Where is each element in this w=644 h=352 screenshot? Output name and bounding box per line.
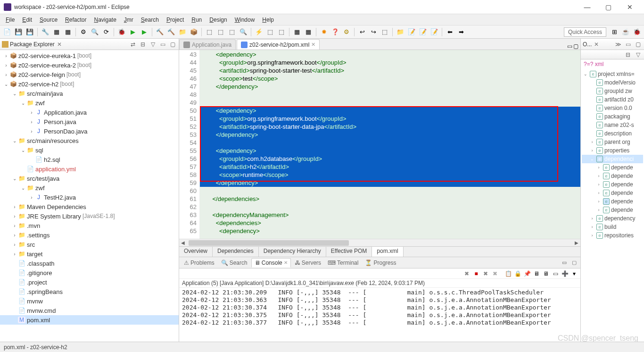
tool-icon[interactable]: ⬚ (215, 27, 226, 37)
tool-icon[interactable]: 📝 (406, 27, 417, 37)
java-perspective-icon[interactable]: ☕ (620, 27, 631, 37)
tool-icon[interactable]: ▦ (63, 27, 73, 37)
outline-item[interactable]: ›edepende (582, 172, 643, 180)
package-explorer-tab[interactable]: Package Explorer ✕ (2, 41, 62, 48)
tree-item[interactable]: ›📁Maven Dependencies (0, 202, 179, 211)
menu-file[interactable]: File (2, 16, 18, 24)
run-icon[interactable]: ▶ (128, 27, 138, 37)
menu-run[interactable]: Run (188, 16, 206, 24)
tool-icon[interactable]: ❓ (330, 27, 340, 37)
outline-tab[interactable]: O... ✕ (583, 41, 599, 48)
quick-access-input[interactable]: Quick Access (564, 27, 606, 37)
tree-item[interactable]: 📄.project (0, 277, 179, 287)
tool-icon[interactable]: 🔨 (166, 27, 176, 37)
tree-item[interactable]: 📄mvnw.cmd (0, 306, 179, 315)
tree-item[interactable]: ⌄📁src/main/resources (0, 136, 179, 145)
tool-icon[interactable]: ⚡ (254, 27, 264, 37)
tool-icon[interactable]: 📁 (177, 27, 188, 37)
menu-search[interactable]: Search (137, 16, 163, 24)
maximize-button[interactable]: ▢ (598, 0, 619, 14)
minimize-icon[interactable]: ▭ (567, 43, 572, 50)
tool-icon[interactable]: 📦 (189, 27, 199, 37)
editor-tab[interactable]: Application.java (179, 39, 236, 50)
outline-item[interactable]: ⌄eproject xmlns= (582, 70, 643, 78)
save-icon[interactable]: 💾 (13, 27, 24, 37)
tool-icon[interactable]: 🔧 (40, 27, 50, 37)
scroll-lock-icon[interactable]: 🔒 (513, 269, 522, 278)
editor-bottom-tab[interactable]: Effective POM (326, 247, 372, 257)
tool-icon[interactable]: 🔍 (90, 27, 100, 37)
editor-bottom-tab[interactable]: Dependency Hierarchy (259, 247, 326, 257)
tool-icon[interactable]: ▦ (292, 27, 302, 37)
tool-icon[interactable]: ▦ (51, 27, 62, 37)
editor-bottom-tab[interactable]: Overview (179, 247, 213, 257)
tool-icon[interactable]: ⚙ (78, 27, 89, 37)
tree-item[interactable]: ⌄📁src/test/java (0, 174, 179, 183)
tree-item[interactable]: 📄.classpath (0, 259, 179, 268)
clear-icon[interactable]: 📋 (504, 269, 512, 278)
outline-item[interactable]: ⌄edependenci (582, 155, 643, 163)
tree-item[interactable]: ›📁JRE System Library[JavaSE-1.8] (0, 211, 179, 221)
menu-project[interactable]: Project (163, 16, 188, 24)
tree-item[interactable]: 📄.springBeans (0, 287, 179, 296)
console-dropdown-icon[interactable]: ▾ (570, 269, 578, 278)
outline-item[interactable]: ›edepende (582, 189, 643, 197)
open-console-icon[interactable]: ▭ (551, 269, 560, 278)
tool-icon[interactable]: 📝 (429, 27, 439, 37)
remove-all-icon[interactable]: ✖ (481, 269, 490, 278)
outline-item[interactable]: ›ebuild (582, 223, 643, 231)
close-icon[interactable]: ✕ (57, 41, 62, 48)
tool-icon[interactable]: ⬚ (204, 27, 215, 37)
tool-icon[interactable]: ⟳ (101, 27, 111, 37)
tree-item[interactable]: 📄.gitignore (0, 268, 179, 277)
code-editor[interactable]: 4344454647484950515253545556575859606162… (179, 50, 580, 239)
menu-navigate[interactable]: Navigate (90, 16, 120, 24)
menu-window[interactable]: Window (231, 16, 259, 24)
display-icon[interactable]: 🖥 (532, 269, 541, 278)
new-icon[interactable]: 📄 (2, 27, 12, 37)
tree-item[interactable]: 📄mvnw (0, 296, 179, 306)
bottom-tab-search[interactable]: 🔍Search (218, 259, 250, 267)
outline-item[interactable]: emodelVersio (582, 78, 643, 87)
project-tree[interactable]: ›📦z02-service-eureka-1[boot]›📦z02-servic… (0, 50, 179, 342)
tool-icon[interactable]: 📁 (395, 27, 405, 37)
tree-item[interactable]: ›JPersonDao.java (0, 126, 179, 136)
tool-icon[interactable]: 📝 (418, 27, 428, 37)
outline-item[interactable]: ›edepende (582, 197, 643, 206)
bottom-tab-console[interactable]: 🖥Console ✕ (251, 258, 291, 268)
outline-item[interactable]: ›edependency (582, 214, 643, 223)
remove-all-icon[interactable]: ✖ (491, 269, 499, 278)
collapse-all-icon[interactable]: ⇄ (129, 40, 137, 49)
menu-edit[interactable]: Edit (18, 16, 36, 24)
editor-bottom-tab[interactable]: pom.xml (372, 247, 403, 257)
terminate-icon[interactable]: ■ (472, 269, 480, 278)
maximize-icon[interactable]: ▢ (570, 259, 578, 267)
outline-item[interactable]: eartifactId z0 (582, 95, 643, 104)
save-all-icon[interactable]: 💾 (25, 27, 35, 37)
outline-item[interactable]: ›edepende (582, 163, 643, 172)
tree-item[interactable]: ›📁target (0, 249, 179, 259)
tree-item[interactable]: ⌄📁zwf (0, 98, 179, 108)
new-console-icon[interactable]: ➕ (561, 269, 569, 278)
tree-item[interactable]: ›📁.settings (0, 230, 179, 240)
outline-item[interactable]: ename z02-s (582, 121, 643, 129)
link-editor-icon[interactable]: ⊟ (139, 40, 147, 49)
tool-icon[interactable]: ⬚ (265, 27, 275, 37)
console-output[interactable]: 2024-02-12 21:03:30.209 INFO [-,,,] 3534… (179, 288, 580, 342)
tree-item[interactable]: ⌄📁src/main/java (0, 89, 179, 98)
minimize-button[interactable]: — (577, 0, 598, 14)
minimize-icon[interactable]: ▭ (560, 259, 569, 267)
open-perspective-icon[interactable]: ⊞ (609, 27, 619, 37)
tree-item[interactable]: ⌄📦z02-service-h2[boot] (0, 79, 179, 89)
menu-source[interactable]: Source (36, 16, 61, 24)
editor-tab[interactable]: z02-service-h2/pom.xml ✕ (237, 39, 320, 50)
outline-item[interactable]: ›eproperties (582, 146, 643, 155)
bottom-tab-terminal[interactable]: ⌨Terminal (325, 259, 361, 267)
maximize-icon[interactable]: ▢ (573, 43, 578, 50)
tree-item[interactable]: ›📦z02-service-eureka-1[boot] (0, 51, 179, 60)
maximize-icon[interactable]: ▢ (168, 40, 177, 49)
menu-jmr[interactable]: Jmr (120, 16, 137, 24)
display-icon[interactable]: 🖥 (542, 269, 550, 278)
menu-help[interactable]: Help (258, 16, 278, 24)
tree-item[interactable]: Mpom.xml (0, 315, 179, 325)
